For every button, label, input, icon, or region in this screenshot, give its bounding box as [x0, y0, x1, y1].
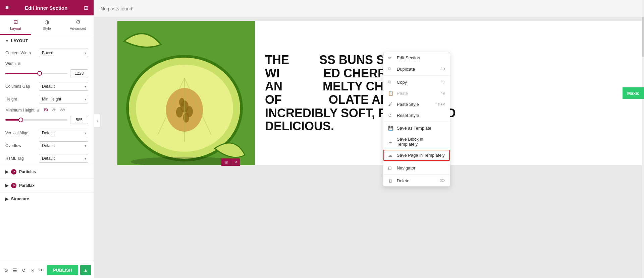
right-scrollbar[interactable] [642, 0, 644, 278]
vertical-align-row: Vertical Align Default Top Middle Bottom… [0, 127, 94, 139]
layout-tab-label: Layout [10, 26, 21, 30]
min-height-value-input[interactable]: 585 [70, 116, 88, 124]
copy-shortcut: ^C [441, 80, 445, 84]
left-panel: ≡ Edit Inner Section ⊞ ⊡ Layout ◑ Style … [0, 0, 94, 278]
paste-style-label: Paste Style [397, 102, 419, 107]
template-button[interactable]: ⊡ [29, 265, 36, 276]
html-tag-row: HTML Tag Default div section ▾ [0, 152, 94, 165]
unit-px[interactable]: PX [43, 108, 49, 113]
context-menu-delete[interactable]: 🗑 Delete ⌦ [383, 175, 450, 186]
context-menu-navigator[interactable]: ⊡ Navigator [383, 162, 450, 173]
structure-arrow-icon: ▶ [5, 197, 8, 201]
structure-section: ▶ Structure [0, 192, 94, 205]
preview-button[interactable]: 👁 [38, 265, 45, 276]
paste-label: Paste [397, 91, 408, 96]
svg-point-7 [183, 113, 189, 123]
panel-tabs: ⊡ Layout ◑ Style ⚙ Advanced [0, 15, 94, 35]
svg-point-8 [179, 98, 184, 107]
layout-arrow-icon: ▼ [5, 39, 9, 43]
reset-style-label: Reset Style [397, 113, 419, 118]
unit-tabs: PX VH VW [43, 108, 88, 113]
paste-shortcut: ^V [441, 91, 445, 95]
context-menu-save-page-templately[interactable]: ☁ Save Page in Templately [383, 150, 450, 161]
tab-style[interactable]: ◑ Style [31, 15, 62, 35]
width-slider-track[interactable] [5, 73, 67, 74]
context-menu-edit-section[interactable]: ✏ Edit Section [383, 52, 450, 63]
vertical-align-select[interactable]: Default Top Middle Bottom [39, 129, 88, 137]
overflow-select[interactable]: Default Hidden [39, 141, 88, 150]
content-width-control: Boxed Full Width ▾ [39, 49, 88, 57]
particles-arrow-icon: ▶ [5, 169, 8, 174]
style-tab-label: Style [43, 26, 51, 30]
min-height-slider-row: 585 [0, 115, 94, 127]
content-width-label: Content Width [5, 51, 36, 55]
main-canvas: No posts found! Edit Section [94, 0, 644, 278]
unit-vw[interactable]: VW [59, 108, 66, 113]
grid-icon[interactable]: ⊞ [84, 5, 88, 11]
layers-button[interactable]: ☰ [11, 265, 18, 276]
divider-3 [383, 161, 450, 162]
parallax-plugin-dot: P [11, 183, 16, 188]
columns-gap-select[interactable]: Default No Gap Narrow Extended Wide [39, 82, 88, 91]
canvas-body: Edit Section [94, 21, 644, 165]
section-toolbar: ⊞ ✕ [221, 158, 240, 166]
publish-button[interactable]: PUBLISH [47, 265, 78, 275]
divider-4 [383, 174, 450, 175]
duplicate-icon: ⧉ [388, 66, 393, 72]
edit-section-icon: ✏ [388, 55, 393, 60]
no-posts-banner: No posts found! [94, 0, 644, 18]
style-tab-icon: ◑ [45, 19, 49, 25]
save-block-label: Save Block in Templately [397, 137, 445, 147]
min-height-slider-thumb[interactable] [18, 118, 23, 122]
scrollbar-thumb[interactable] [642, 17, 644, 57]
tab-layout[interactable]: ⊡ Layout [0, 15, 31, 35]
parallax-header[interactable]: ▶ P Parallax [0, 179, 94, 192]
min-height-slider-wrapper: 585 [5, 116, 88, 124]
section-close-btn[interactable]: ✕ [231, 158, 240, 166]
structure-header[interactable]: ▶ Structure [0, 193, 94, 205]
delete-icon: 🗑 [388, 178, 393, 183]
context-menu-reset-style[interactable]: ↺ Reset Style [383, 110, 450, 121]
hamburger-icon[interactable]: ≡ [5, 5, 8, 11]
tab-advanced[interactable]: ⚙ Advanced [62, 15, 94, 35]
section-move-btn[interactable]: ⊞ [221, 158, 231, 166]
melon-image-container[interactable]: Maxic [117, 21, 255, 165]
min-height-row: Minimum Height 🖥 PX VH VW [0, 106, 94, 115]
min-height-slider-track[interactable] [5, 119, 67, 121]
history-button[interactable]: ↺ [20, 265, 27, 276]
html-tag-select[interactable]: Default div section [39, 154, 88, 163]
vertical-align-label: Vertical Align [5, 131, 36, 135]
paste-icon: 📋 [388, 91, 393, 96]
particles-header[interactable]: ▶ P Particles [0, 165, 94, 179]
width-slider-thumb[interactable] [37, 71, 42, 76]
delete-label: Delete [397, 178, 410, 183]
context-menu-save-block-templately[interactable]: ☁ Save Block in Templately [383, 134, 450, 150]
context-menu-save-template[interactable]: 💾 Save as Template [383, 123, 450, 134]
context-menu-duplicate[interactable]: ⧉ Duplicate ^D [383, 63, 450, 75]
content-width-select[interactable]: Boxed Full Width [39, 49, 88, 57]
particles-plugin-dot: P [11, 169, 16, 175]
width-label: Width 🖥 [5, 61, 36, 66]
settings-button[interactable]: ⚙ [3, 265, 9, 276]
parallax-section: ▶ P Parallax [0, 179, 94, 192]
panel-collapse-button[interactable]: ‹ [94, 114, 101, 127]
layout-section-header[interactable]: ▼ Layout [0, 35, 94, 47]
vertical-align-control: Default Top Middle Bottom ▾ [39, 129, 88, 137]
publish-dropdown-button[interactable]: ▲ [80, 265, 91, 275]
paste-style-shortcut: ^⇧+V [436, 102, 445, 107]
context-menu-paste: 📋 Paste ^V [383, 88, 450, 99]
save-template-label: Save as Template [397, 126, 431, 131]
paste-style-icon: 🖌 [388, 102, 393, 107]
particles-section: ▶ P Particles [0, 165, 94, 179]
min-height-label: Minimum Height 🖥 [5, 108, 40, 113]
overflow-control: Default Hidden ▾ [39, 141, 88, 150]
unit-vh[interactable]: VH [51, 108, 57, 113]
height-select[interactable]: Default Fit To Screen Min Height [39, 95, 88, 103]
overflow-label: Overflow [5, 143, 36, 148]
divider-2 [383, 122, 450, 122]
context-menu-paste-style[interactable]: 🖌 Paste Style ^⇧+V [383, 99, 450, 110]
context-menu-copy[interactable]: ⧉ Copy ^C [383, 76, 450, 88]
width-value-input[interactable]: 1228 [70, 69, 88, 77]
context-menu: ✏ Edit Section ⧉ Duplicate ^D ⧉ Copy ^C … [383, 52, 450, 187]
height-label: Height [5, 97, 36, 101]
